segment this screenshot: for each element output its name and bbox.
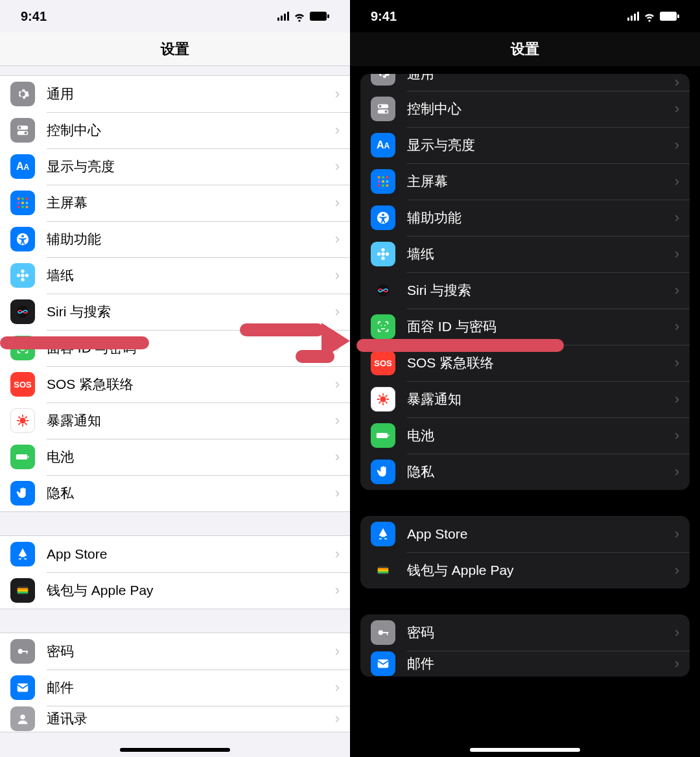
- chevron-right-icon: ›: [335, 231, 340, 248]
- home-indicator[interactable]: [470, 748, 580, 752]
- row-accessibility[interactable]: 辅助功能›: [0, 221, 350, 257]
- home-screen-icon: [10, 191, 35, 215]
- svg-rect-46: [677, 14, 679, 18]
- row-accessibility[interactable]: 辅助功能›: [360, 200, 690, 236]
- chevron-right-icon: ›: [675, 427, 679, 444]
- row-passwords[interactable]: 密码›: [0, 633, 350, 670]
- row-display[interactable]: AA显示与亮度›: [0, 148, 350, 185]
- row-control-center[interactable]: 控制中心›: [0, 112, 350, 148]
- row-label: 暴露通知: [47, 412, 335, 430]
- display-icon: AA: [371, 133, 395, 157]
- row-control-center[interactable]: 控制中心›: [360, 91, 690, 127]
- row-privacy[interactable]: 隐私›: [360, 454, 690, 490]
- row-exposure[interactable]: 暴露通知›: [0, 402, 350, 439]
- row-label: 控制中心: [47, 121, 335, 139]
- row-wallpaper[interactable]: 墙纸›: [360, 236, 690, 272]
- row-label: 面容 ID 与密码: [407, 318, 675, 336]
- row-label: SOS 紧急联络: [47, 375, 335, 393]
- chevron-right-icon: ›: [675, 74, 679, 91]
- home-indicator[interactable]: [120, 748, 230, 752]
- svg-rect-58: [382, 185, 384, 187]
- settings-list[interactable]: 通用›控制中心›AA显示与亮度›主屏幕›辅助功能›墙纸›Siri 与搜索›面容 …: [350, 66, 700, 757]
- page-title: 设置: [350, 32, 700, 66]
- chevron-right-icon: ›: [335, 158, 340, 175]
- row-home-screen[interactable]: 主屏幕›: [0, 185, 350, 221]
- svg-point-85: [379, 630, 383, 635]
- svg-point-25: [19, 417, 25, 423]
- settings-group: App Store›钱包与 Apple Pay›: [360, 516, 690, 588]
- row-label: 钱包与 Apple Pay: [407, 561, 675, 579]
- svg-rect-56: [386, 180, 389, 183]
- svg-rect-13: [21, 206, 24, 209]
- svg-rect-39: [18, 592, 29, 594]
- svg-rect-10: [21, 202, 24, 204]
- row-exposure[interactable]: 暴露通知›: [360, 381, 690, 417]
- row-battery[interactable]: 电池›: [360, 417, 690, 454]
- row-general[interactable]: 通用›: [360, 74, 690, 91]
- settings-list[interactable]: 通用›控制中心›AA显示与亮度›主屏幕›辅助功能›墙纸›Siri 与搜索›面容 …: [0, 66, 350, 757]
- row-passwords[interactable]: 密码›: [360, 614, 690, 651]
- row-display[interactable]: AA显示与亮度›: [360, 127, 690, 163]
- chevron-right-icon: ›: [335, 485, 340, 502]
- accessibility-icon: [371, 205, 395, 230]
- status-time: 9:41: [371, 9, 397, 24]
- svg-point-70: [380, 396, 386, 402]
- chevron-right-icon: ›: [335, 86, 340, 102]
- chevron-right-icon: ›: [675, 562, 679, 579]
- svg-rect-51: [378, 176, 380, 179]
- row-label: 通讯录: [47, 710, 335, 728]
- annotation-scribble: [356, 339, 564, 352]
- svg-rect-38: [18, 590, 29, 592]
- chevron-right-icon: ›: [335, 303, 340, 320]
- row-general[interactable]: 通用›: [0, 76, 350, 112]
- svg-rect-6: [18, 198, 20, 200]
- svg-rect-14: [26, 206, 29, 209]
- row-label: Siri 与搜索: [47, 303, 335, 321]
- wifi-icon: [643, 10, 656, 23]
- svg-line-33: [25, 417, 27, 419]
- row-label: 辅助功能: [47, 230, 335, 248]
- row-appstore[interactable]: App Store›: [0, 536, 350, 572]
- row-privacy[interactable]: 隐私›: [0, 475, 350, 511]
- svg-point-17: [21, 274, 25, 277]
- sos-icon: SOS: [10, 372, 35, 397]
- svg-point-5: [24, 132, 27, 134]
- svg-point-65: [377, 252, 381, 256]
- annotation-scribble: [0, 336, 149, 349]
- row-wallet[interactable]: 钱包与 Apple Pay›: [360, 552, 690, 588]
- row-siri[interactable]: Siri 与搜索›: [360, 272, 690, 309]
- row-appstore[interactable]: App Store›: [360, 516, 690, 552]
- svg-rect-9: [18, 202, 20, 204]
- row-home-screen[interactable]: 主屏幕›: [360, 163, 690, 200]
- siri-icon: [371, 278, 395, 303]
- control-center-icon: [10, 118, 35, 143]
- row-label: 主屏幕: [47, 194, 335, 212]
- chevron-right-icon: ›: [675, 391, 679, 408]
- general-icon: [10, 82, 35, 106]
- svg-line-77: [379, 402, 381, 404]
- row-contacts[interactable]: 通讯录›: [0, 706, 350, 732]
- row-label: 显示与亮度: [407, 136, 675, 154]
- row-battery[interactable]: 电池›: [0, 439, 350, 475]
- svg-rect-59: [386, 185, 389, 187]
- svg-point-66: [386, 252, 390, 256]
- status-icons: [627, 10, 679, 23]
- settings-group: 通用›控制中心›AA显示与亮度›主屏幕›辅助功能›墙纸›Siri 与搜索›面容 …: [360, 74, 690, 490]
- status-bar: 9:41: [350, 0, 700, 32]
- row-sos[interactable]: SOSSOS 紧急联络›: [0, 366, 350, 402]
- row-label: 主屏幕: [407, 172, 675, 191]
- chevron-right-icon: ›: [335, 546, 340, 563]
- svg-rect-57: [378, 185, 380, 187]
- svg-rect-35: [28, 456, 29, 458]
- mail-icon: [371, 651, 395, 676]
- settings-group: 密码›邮件›通讯录›: [0, 633, 350, 732]
- battery-icon: [371, 423, 395, 448]
- row-mail[interactable]: 邮件›: [360, 651, 690, 677]
- row-wallet[interactable]: 钱包与 Apple Pay›: [0, 572, 350, 609]
- annotation-arrow-head: [321, 323, 350, 359]
- status-time: 9:41: [21, 9, 47, 24]
- row-wallpaper[interactable]: 墙纸›: [0, 257, 350, 294]
- row-mail[interactable]: 邮件›: [0, 670, 350, 706]
- row-label: 控制中心: [407, 100, 675, 118]
- svg-rect-12: [18, 206, 20, 209]
